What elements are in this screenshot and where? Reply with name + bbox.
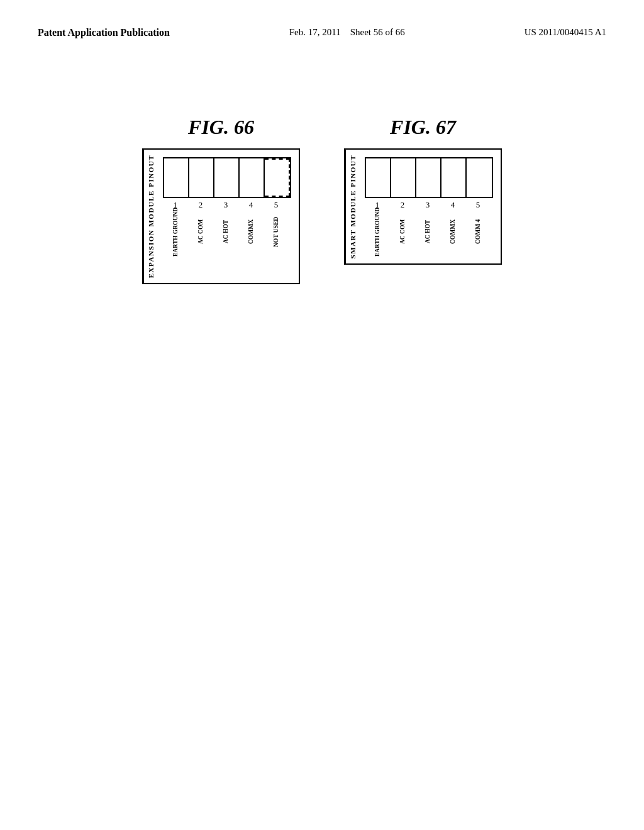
fig66-num-4: 4: [238, 200, 264, 210]
fig66-pin-3: [214, 158, 240, 197]
fig66-pin-2: [189, 158, 214, 197]
fig66-num-3: 3: [213, 200, 238, 210]
fig67-title: FIG. 67: [390, 116, 456, 139]
figure-66: FIG. 66 EXPANSION MODULE PINOUT 1 2 3 4: [142, 116, 300, 284]
publication-label: Patent Application Publication: [38, 25, 170, 40]
fig66-label-3: AC HOT: [213, 211, 238, 252]
fig67-num-5: 5: [465, 200, 491, 210]
fig67-label-1: EARTH GROUND: [365, 211, 390, 252]
fig67-label-4: COMMX: [440, 211, 465, 252]
fig67-num-4: 4: [440, 200, 465, 210]
fig66-connector: [163, 157, 291, 198]
fig67-pin-4: [441, 158, 467, 197]
fig66-label-4: COMMX: [238, 211, 264, 252]
fig66-pin-4: [240, 158, 265, 197]
fig67-connector: [365, 157, 493, 198]
fig67-label-5: COMM 4: [465, 211, 491, 252]
fig66-label-2: AC COM: [188, 211, 213, 252]
fig67-num-2: 2: [390, 200, 415, 210]
fig66-diagram: EXPANSION MODULE PINOUT 1 2 3 4 5: [142, 148, 300, 284]
fig66-num-5: 5: [264, 200, 289, 210]
fig67-side-label: SMART MODULE PINOUT: [345, 150, 360, 263]
fig67-inner: 1 2 3 4 5 EARTH GROUND AC COM AC HOT COM…: [360, 150, 501, 263]
fig67-pin-5: [467, 158, 492, 197]
fig66-labels: EARTH GROUND AC COM AC HOT COMMX NOT USE…: [163, 211, 291, 252]
fig66-pin-5: [265, 158, 290, 197]
figure-67: FIG. 67 SMART MODULE PINOUT 1 2 3 4: [344, 116, 502, 284]
fig66-pin-1: [164, 158, 189, 197]
fig67-pin-2: [391, 158, 416, 197]
fig67-label-2: AC COM: [390, 211, 415, 252]
date-sheet-label: Feb. 17, 2011 Sheet 56 of 66: [289, 25, 405, 40]
fig66-num-2: 2: [188, 200, 213, 210]
fig66-title: FIG. 66: [188, 116, 254, 139]
fig67-numbers: 1 2 3 4 5: [365, 200, 493, 210]
page-header: Patent Application Publication Feb. 17, …: [0, 0, 644, 53]
fig66-numbers: 1 2 3 4 5: [163, 200, 291, 210]
fig66-side-label: EXPANSION MODULE PINOUT: [143, 150, 158, 283]
fig67-pin-3: [416, 158, 441, 197]
fig66-label-1: EARTH GROUND: [163, 211, 188, 252]
fig67-pin-1: [366, 158, 391, 197]
figures-area: FIG. 66 EXPANSION MODULE PINOUT 1 2 3 4: [0, 53, 644, 284]
fig66-inner: 1 2 3 4 5 EARTH GROUND AC COM AC HOT COM…: [158, 150, 299, 283]
patent-number-label: US 2011/0040415 A1: [525, 25, 606, 40]
fig67-labels: EARTH GROUND AC COM AC HOT COMMX COMM 4: [365, 211, 493, 252]
fig66-label-5: NOT USED: [264, 211, 289, 252]
fig67-label-3: AC HOT: [415, 211, 440, 252]
fig67-diagram: SMART MODULE PINOUT 1 2 3 4 5: [344, 148, 502, 265]
fig67-num-3: 3: [415, 200, 440, 210]
